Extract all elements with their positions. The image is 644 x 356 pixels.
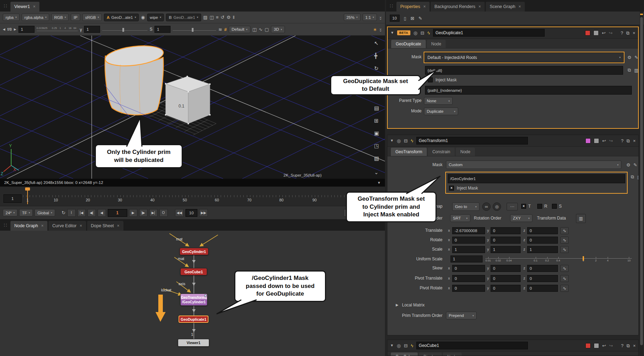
- manage-knobs-icon[interactable]: ⊟: [404, 139, 408, 143]
- gear-icon[interactable]: ⚙: [625, 162, 631, 168]
- skew-z-input[interactable]: [527, 265, 558, 272]
- node-geocube1[interactable]: GeoCube1: [180, 268, 207, 275]
- mask-expression-field[interactable]: [425, 66, 623, 75]
- close-panel-icon[interactable]: ×: [633, 139, 636, 143]
- timeline[interactable]: 1 1 10 20 30 40 50 60 70 80 90: [0, 186, 385, 206]
- split-view-icon[interactable]: ◫: [210, 15, 214, 20]
- frame-increment-box[interactable]: 10: [185, 209, 197, 217]
- scale-y-input[interactable]: [491, 246, 521, 253]
- pivot-rotate-y-input[interactable]: [491, 285, 521, 292]
- skew-x-input[interactable]: [452, 265, 485, 272]
- close-panel-icon[interactable]: ×: [632, 31, 635, 35]
- out-point-button[interactable]: O: [159, 209, 168, 217]
- inject-mask-checkbox[interactable]: [428, 77, 433, 82]
- wipe-center-icon[interactable]: ◉: [141, 15, 145, 20]
- tab-node[interactable]: Node: [427, 40, 446, 48]
- cube-object[interactable]: [166, 76, 210, 124]
- rotate-y-input[interactable]: [491, 237, 521, 244]
- tab-node-graph[interactable]: Node Graph×: [10, 221, 47, 231]
- edit-icon[interactable]: ✎: [418, 16, 422, 21]
- rotate-x-input[interactable]: [452, 237, 485, 244]
- pane-menu-icon[interactable]: ∷: [4, 222, 7, 228]
- shading-icon[interactable]: ▣: [374, 131, 379, 136]
- goto-start-button[interactable]: |◀: [77, 209, 86, 217]
- input-process-toggle[interactable]: IP: [71, 14, 80, 21]
- close-icon[interactable]: ×: [80, 223, 82, 228]
- close-icon[interactable]: ×: [117, 223, 120, 228]
- prev-stop-icon[interactable]: ◀: [3, 28, 5, 31]
- gamma-input[interactable]: [84, 26, 100, 33]
- local-matrix-expand-icon[interactable]: ▶: [396, 303, 399, 307]
- edit-mask-icon[interactable]: ✎: [632, 162, 638, 168]
- tab-curve-editor[interactable]: Curve Editor×: [48, 221, 86, 231]
- node-graph-canvas[interactable]: mat mat axis lookat 1 GeoCylinder1 GeoCu…: [0, 231, 385, 356]
- manage-knobs-icon[interactable]: ⊟: [421, 31, 424, 35]
- layers-icon[interactable]: ▤: [374, 105, 379, 111]
- animation-curve-icon[interactable]: ∿: [560, 285, 569, 292]
- viewer-lut-dropdown[interactable]: Default▾: [229, 26, 250, 33]
- in-point-button[interactable]: I: [67, 209, 76, 217]
- camera-view-icon[interactable]: ◳: [374, 143, 379, 148]
- node-color-swatch[interactable]: [585, 343, 591, 348]
- expression-icon[interactable]: ϟ: [427, 31, 430, 35]
- step-back-button[interactable]: ◀: [98, 209, 106, 217]
- name-pattern-field[interactable]: [425, 86, 632, 95]
- snap-target-button[interactable]: ◎: [493, 202, 501, 211]
- tab-properties[interactable]: Properties×: [396, 2, 430, 12]
- gain-slider[interactable]: 0.015625 0.25 1 4 16 64: [37, 26, 78, 33]
- snap-t-checkbox[interactable]: ×: [521, 204, 526, 209]
- grid-toggle-icon[interactable]: #: [224, 27, 227, 32]
- more-tools-icon[interactable]: ⌄: [374, 170, 379, 175]
- copy-icon[interactable]: ⧉: [629, 174, 636, 180]
- viewport-3d[interactable]: 0.1 Y X Z 2K_Super_35(full-ap) ↖ ╋ ↻ ▤ ⊞…: [0, 36, 385, 179]
- checker-icon[interactable]: ▨: [203, 15, 207, 20]
- gain-input[interactable]: [18, 26, 35, 33]
- node-viewer1[interactable]: Viewer1: [178, 339, 209, 347]
- pivot-rotate-x-input[interactable]: [452, 285, 485, 292]
- tab-constrain[interactable]: Constrain: [428, 148, 455, 156]
- animation-curve-icon[interactable]: ∿: [560, 265, 569, 272]
- snap-dropdown[interactable]: Geo to▾: [452, 202, 479, 211]
- select-cursor-icon[interactable]: ↖: [374, 40, 379, 46]
- unlock-icon[interactable]: ▯: [404, 16, 406, 21]
- node-name-field[interactable]: [416, 342, 528, 349]
- saturation-input[interactable]: [154, 26, 171, 33]
- animation-curve-icon[interactable]: ∿: [560, 237, 569, 244]
- saturation-slider[interactable]: [173, 26, 216, 33]
- display-channels-dropdown[interactable]: RGB▾: [51, 14, 69, 21]
- info-dropdown-icon[interactable]: ▼: [377, 181, 381, 185]
- close-panel-icon[interactable]: ×: [633, 343, 636, 348]
- pane-menu-icon[interactable]: ∷: [390, 3, 393, 9]
- pivot-translate-y-input[interactable]: [491, 275, 521, 282]
- expression-icon[interactable]: ϟ: [411, 343, 413, 348]
- b-buffer-dropdown[interactable]: BGeoD...ate1▾: [166, 14, 201, 21]
- mask-overlay-icon[interactable]: ◫: [252, 27, 257, 32]
- wireframe-icon[interactable]: ▧: [374, 156, 379, 161]
- slider-handle[interactable]: [122, 28, 124, 32]
- tab-node[interactable]: Node: [456, 148, 475, 156]
- tab-geocube[interactable]: GeoCube: [391, 353, 418, 356]
- gear-icon[interactable]: ⚙: [626, 54, 632, 60]
- translate-x-input[interactable]: [452, 227, 485, 234]
- close-all-panels-icon[interactable]: ⊠: [410, 16, 414, 21]
- uniform-scale-slider[interactable]: 0.01 0.02 0.04 0.1 0.2 0.4 1 2 4 10: [485, 255, 632, 264]
- mode-dropdown[interactable]: Duplicate▾: [424, 107, 458, 115]
- pane-menu-icon[interactable]: ∷: [4, 3, 7, 9]
- uniform-scale-input[interactable]: [450, 255, 483, 262]
- mask-list-icon[interactable]: ▥: [636, 174, 639, 180]
- gamma-slider[interactable]: [102, 26, 147, 33]
- a-buffer-dropdown[interactable]: AGeoD...ate1▾: [104, 14, 139, 21]
- curve-overlay-icon[interactable]: ∿: [259, 27, 263, 32]
- collapse-icon[interactable]: ▼: [390, 139, 394, 142]
- tab-background-renders[interactable]: Background Renders×: [431, 2, 485, 12]
- current-frame-display[interactable]: 1: [108, 209, 127, 217]
- timeline-ruler[interactable]: [23, 195, 381, 197]
- node-geoduplicate1[interactable]: GeoDuplicate1: [179, 316, 209, 323]
- goto-end-button[interactable]: ▶|: [149, 209, 158, 217]
- undo-icon[interactable]: ↩: [602, 343, 606, 348]
- redo-icon[interactable]: ↪: [609, 343, 613, 348]
- node-geocylinder1[interactable]: GeoCylinder1: [180, 248, 209, 255]
- slider-handle[interactable]: [192, 28, 194, 32]
- play-button[interactable]: ▶: [129, 209, 137, 217]
- alpha-dropdown[interactable]: rgba.alpha▾: [22, 14, 49, 21]
